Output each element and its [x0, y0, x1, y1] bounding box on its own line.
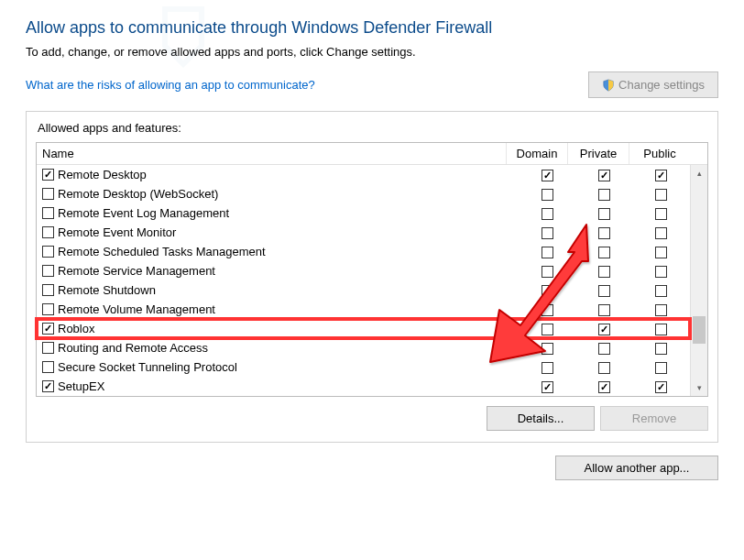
row-enable-checkbox[interactable] [42, 226, 54, 238]
row-private-checkbox[interactable] [598, 285, 610, 297]
row-public-cell [633, 225, 690, 239]
row-enable-checkbox[interactable] [42, 169, 54, 181]
row-name-cell[interactable]: Remote Desktop [37, 166, 520, 183]
row-name-cell[interactable]: Roblox [37, 320, 520, 337]
row-domain-checkbox[interactable] [542, 266, 553, 278]
row-domain-checkbox[interactable] [542, 324, 553, 335]
row-public-checkbox[interactable] [655, 266, 667, 278]
row-name-cell[interactable]: Remote Scheduled Tasks Management [37, 243, 520, 260]
list-row[interactable]: Roblox [37, 319, 690, 338]
header-private[interactable]: Private [567, 143, 629, 164]
row-public-checkbox[interactable] [655, 304, 667, 316]
scroll-up-icon[interactable]: ▴ [691, 165, 707, 181]
scrollbar[interactable]: ▴ ▾ [690, 165, 707, 396]
row-domain-checkbox[interactable] [542, 362, 553, 374]
row-private-cell [576, 341, 633, 355]
row-public-checkbox[interactable] [655, 362, 667, 374]
row-name-cell[interactable]: SetupEX [37, 378, 520, 395]
row-public-cell [633, 168, 690, 181]
scroll-down-icon[interactable]: ▾ [691, 379, 707, 396]
row-domain-checkbox[interactable] [542, 208, 553, 220]
row-private-cell [576, 225, 633, 239]
row-domain-checkbox[interactable] [542, 381, 553, 393]
row-name-cell[interactable]: Routing and Remote Access [37, 339, 520, 357]
row-domain-checkbox[interactable] [542, 285, 553, 297]
row-name-cell[interactable]: Remote Shutdown [37, 281, 520, 299]
list-row[interactable]: Remote Desktop (WebSocket) [37, 184, 690, 203]
row-private-checkbox[interactable] [598, 343, 610, 355]
row-public-checkbox[interactable] [655, 381, 667, 393]
change-settings-button[interactable]: Change settings [588, 71, 718, 98]
row-enable-checkbox[interactable] [42, 342, 54, 354]
row-domain-cell [520, 245, 576, 258]
row-private-checkbox[interactable] [598, 208, 610, 220]
list-row[interactable]: Remote Event Monitor [37, 223, 690, 242]
list-row[interactable]: Routing and Remote Access [37, 338, 690, 357]
row-name-cell[interactable]: Remote Service Management [37, 262, 520, 280]
row-public-checkbox[interactable] [655, 247, 667, 258]
row-public-checkbox[interactable] [655, 343, 667, 355]
row-name-cell[interactable]: Remote Desktop (WebSocket) [37, 185, 520, 203]
row-enable-checkbox[interactable] [42, 188, 54, 200]
details-button[interactable]: Details... [487, 406, 595, 431]
row-public-checkbox[interactable] [655, 170, 667, 181]
risks-link[interactable]: What are the risks of allowing an app to… [26, 78, 315, 92]
row-private-checkbox[interactable] [598, 189, 610, 201]
row-public-checkbox[interactable] [655, 227, 667, 239]
row-name-label: Remote Event Log Management [58, 206, 229, 220]
row-enable-checkbox[interactable] [42, 380, 54, 392]
row-public-cell [633, 245, 690, 258]
row-public-checkbox[interactable] [655, 189, 667, 201]
row-domain-checkbox[interactable] [542, 227, 553, 239]
header-domain[interactable]: Domain [506, 143, 567, 164]
row-enable-checkbox[interactable] [42, 323, 54, 335]
row-enable-checkbox[interactable] [42, 361, 54, 373]
row-enable-checkbox[interactable] [42, 303, 54, 315]
row-enable-checkbox[interactable] [42, 246, 54, 258]
row-private-checkbox[interactable] [598, 247, 610, 258]
list-row[interactable]: SetupEX [37, 377, 690, 396]
scroll-thumb[interactable] [693, 316, 706, 344]
row-private-cell [576, 322, 633, 335]
header-public[interactable]: Public [629, 143, 690, 164]
row-domain-cell [520, 168, 576, 181]
row-name-label: Remote Shutdown [58, 283, 156, 297]
list-row[interactable]: Remote Desktop [37, 165, 690, 184]
row-public-checkbox[interactable] [655, 285, 667, 297]
header-name[interactable]: Name [37, 143, 506, 164]
row-name-cell[interactable]: Remote Event Log Management [37, 204, 520, 222]
row-domain-checkbox[interactable] [542, 304, 553, 316]
row-name-label: SetupEX [58, 379, 104, 393]
row-domain-checkbox[interactable] [542, 343, 553, 355]
list-row[interactable]: Secure Socket Tunneling Protocol [37, 357, 690, 377]
shield-icon [602, 79, 615, 92]
row-private-checkbox[interactable] [598, 304, 610, 316]
row-enable-checkbox[interactable] [42, 207, 54, 219]
row-name-cell[interactable]: Remote Volume Management [37, 301, 520, 318]
list-row[interactable]: Remote Volume Management [37, 300, 690, 319]
row-private-checkbox[interactable] [598, 227, 610, 239]
row-name-label: Remote Desktop [58, 168, 147, 181]
list-row[interactable]: Remote Shutdown [37, 280, 690, 300]
row-domain-cell [520, 283, 576, 297]
row-public-cell [633, 264, 690, 278]
list-row[interactable]: Remote Service Management [37, 261, 690, 280]
row-name-cell[interactable]: Secure Socket Tunneling Protocol [37, 358, 520, 376]
row-private-checkbox[interactable] [598, 381, 610, 393]
list-row[interactable]: Remote Scheduled Tasks Management [37, 242, 690, 261]
list-row[interactable]: Remote Event Log Management [37, 203, 690, 223]
row-name-cell[interactable]: Remote Event Monitor [37, 224, 520, 241]
row-private-checkbox[interactable] [598, 362, 610, 374]
row-domain-checkbox[interactable] [542, 170, 553, 181]
row-private-checkbox[interactable] [598, 324, 610, 335]
row-enable-checkbox[interactable] [42, 265, 54, 277]
row-private-checkbox[interactable] [598, 170, 610, 181]
row-name-label: Remote Desktop (WebSocket) [58, 187, 218, 201]
row-domain-checkbox[interactable] [542, 189, 553, 201]
row-domain-checkbox[interactable] [542, 247, 553, 258]
row-public-checkbox[interactable] [655, 324, 667, 335]
row-public-checkbox[interactable] [655, 208, 667, 220]
row-private-checkbox[interactable] [598, 266, 610, 278]
allow-another-app-button[interactable]: Allow another app... [555, 456, 718, 480]
row-enable-checkbox[interactable] [42, 284, 54, 296]
